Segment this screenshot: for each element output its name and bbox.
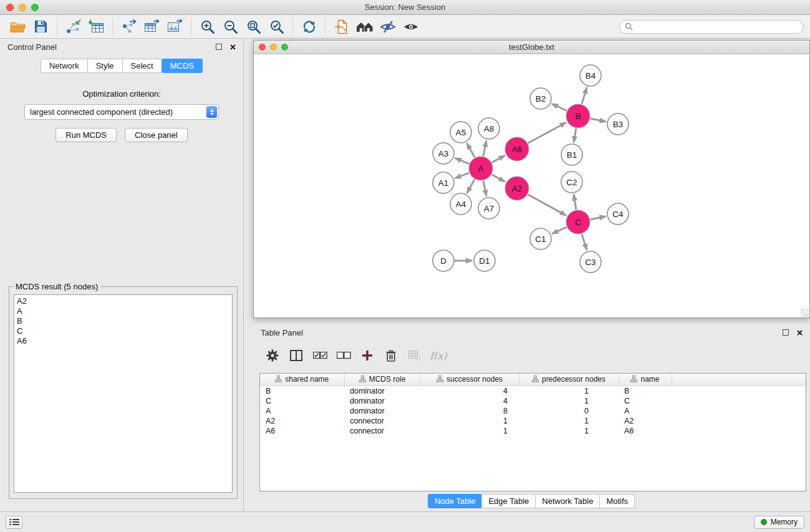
graph-node-a7[interactable]: A7 [478,198,499,219]
network-close-button[interactable] [259,44,266,51]
graph-edge-b-b3[interactable] [591,118,606,122]
cell-name[interactable]: A2 [619,416,672,426]
close-panel-icon[interactable] [797,330,803,336]
graph-edge-c-c2[interactable] [574,195,576,210]
tab-network[interactable]: Network [41,59,88,73]
export-image-button[interactable] [163,17,186,37]
graph-node-a4[interactable]: A4 [450,193,471,215]
column-header-mcds-role[interactable]: MCDS role [344,374,420,385]
float-panel-icon[interactable] [783,329,789,336]
network-minimize-button[interactable] [270,44,277,51]
cell-successor-nodes[interactable]: 8 [420,406,519,416]
graph-node-a1[interactable]: A1 [433,172,454,193]
graph-node-c[interactable]: C [566,210,590,234]
graph-node-a3[interactable]: A3 [433,143,454,164]
table-row[interactable]: Adominator80A [260,406,806,416]
network-file-button[interactable] [330,17,353,37]
column-header-name[interactable]: name [619,374,672,385]
cell-mcds-role[interactable]: connector [344,426,420,436]
cell-mcds-role[interactable]: dominator [344,385,420,396]
table-row[interactable]: A6connector11A6 [260,426,806,436]
graph-edge-a2-c[interactable] [528,195,566,216]
criterion-dropdown[interactable]: largest connected component (directed) [24,104,219,120]
graph-node-d[interactable]: D [433,250,454,271]
cell-predecessor-nodes[interactable]: 1 [519,416,619,426]
task-history-button[interactable] [6,516,22,529]
cell-shared-name[interactable]: A2 [260,416,344,426]
export-table-button[interactable] [140,17,163,37]
graph-edge-c-c3[interactable] [582,234,587,250]
refresh-button[interactable] [297,17,321,37]
graph-node-b3[interactable]: B3 [607,114,629,135]
graph-node-b2[interactable]: B2 [530,88,551,109]
cell-shared-name[interactable]: C [260,396,344,406]
mcds-result-list[interactable]: A2ABCA6 [14,294,233,493]
mcds-result-item[interactable]: A6 [14,336,232,346]
tab-motifs[interactable]: Motifs [599,494,635,508]
zoom-window-button[interactable] [31,4,39,11]
zoom-selected-button[interactable] [265,17,288,37]
create-column-button[interactable] [355,345,379,366]
graph-edge-c-c4[interactable] [591,216,606,220]
table-row[interactable]: Bdominator41B [260,385,806,396]
table-settings-button[interactable] [261,345,284,366]
mcds-result-item[interactable]: C [14,326,232,336]
cell-successor-nodes[interactable]: 1 [420,426,519,436]
graph-node-b1[interactable]: B1 [561,144,582,165]
save-session-button[interactable] [29,17,52,37]
graph-edge-b-b1[interactable] [574,128,576,143]
column-header-shared-name[interactable]: shared name [260,374,344,385]
graph-edge-a-a1[interactable] [455,173,470,178]
run-mcds-button[interactable]: Run MCDS [55,128,117,142]
graph-edge-a-a7[interactable] [483,181,486,196]
graph-edge-a-a3[interactable] [455,158,470,163]
graph-node-d1[interactable]: D1 [474,250,495,271]
graph-node-b[interactable]: B [566,104,590,128]
cell-predecessor-nodes[interactable]: 1 [519,396,619,406]
graph-edge-b-b2[interactable] [552,104,567,111]
graph-edge-a-a5[interactable] [467,143,475,158]
resize-grip[interactable] [801,309,809,317]
show-view-button[interactable] [399,17,422,37]
open-session-button[interactable] [6,17,29,37]
cell-name[interactable]: B [619,385,672,396]
search-input[interactable] [636,22,798,31]
graph-edge-a-a6[interactable] [492,155,505,162]
cell-mcds-role[interactable]: dominator [344,396,420,406]
zoom-in-button[interactable] [196,17,219,37]
network-graph[interactable]: AA1A2A3A4A5A6A7A8BB1B2B3B4CC1C2C3C4DD1 [254,54,809,317]
cell-predecessor-nodes[interactable]: 0 [519,406,619,416]
tab-mcds[interactable]: MCDS [162,59,203,73]
cell-shared-name[interactable]: A [260,406,344,416]
table-row[interactable]: A2connector11A2 [260,416,806,426]
cell-mcds-role[interactable]: dominator [344,406,420,416]
mcds-result-item[interactable]: A2 [14,296,232,306]
cell-predecessor-nodes[interactable]: 1 [519,385,619,396]
column-header-predecessor-nodes[interactable]: predecessor nodes [519,374,619,385]
zoom-out-button[interactable] [219,17,242,37]
graph-node-a6[interactable]: A6 [505,137,529,161]
tab-edge-table[interactable]: Edge Table [481,494,536,508]
delete-columns-button[interactable] [379,345,403,366]
graph-edge-a-a8[interactable] [483,141,486,157]
graph-edge-b-b4[interactable] [582,87,587,104]
tab-node-table[interactable]: Node Table [428,494,483,508]
graph-edge-a6-b[interactable] [528,123,566,143]
mcds-result-item[interactable]: B [14,316,232,326]
cell-successor-nodes[interactable]: 4 [420,385,519,396]
graph-edge-a-a4[interactable] [467,179,475,193]
graph-node-c4[interactable]: C4 [607,203,629,225]
graph-edge-a-a2[interactable] [492,175,505,182]
close-panel-icon[interactable] [230,44,236,50]
cell-successor-nodes[interactable]: 4 [420,396,519,406]
graph-node-c1[interactable]: C1 [530,228,551,249]
tab-network-table[interactable]: Network Table [535,494,600,508]
zoom-fit-button[interactable] [242,17,265,37]
graph-node-a2[interactable]: A2 [505,177,529,200]
network-zoom-button[interactable] [281,44,288,51]
hide-annotations-button[interactable] [376,17,399,37]
cell-predecessor-nodes[interactable]: 1 [519,426,619,436]
search-box[interactable] [619,20,804,34]
graph-node-a8[interactable]: A8 [478,118,499,139]
select-all-button[interactable] [308,345,332,366]
